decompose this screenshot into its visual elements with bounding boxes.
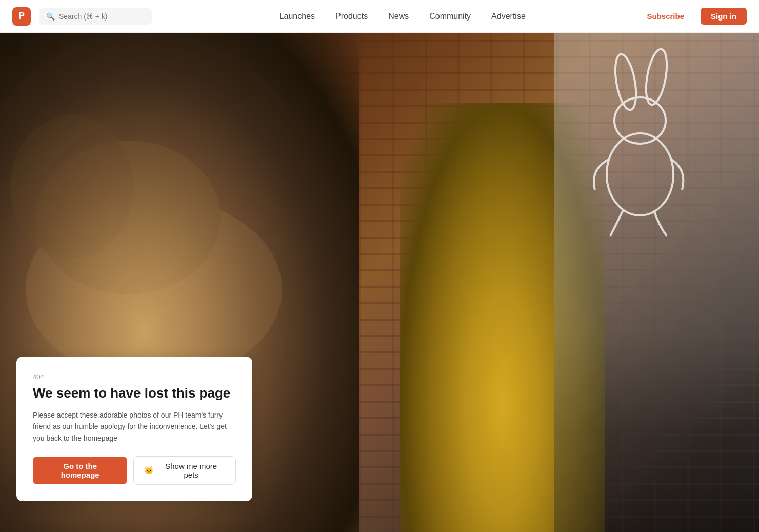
nav-item-launches[interactable]: Launches [271, 8, 323, 25]
pets-emoji: 🐱 [144, 466, 154, 475]
signin-button[interactable]: Sign in [701, 8, 747, 25]
error-description: Please accept these adorable photos of o… [33, 409, 236, 444]
neon-art-svg [574, 41, 718, 246]
svg-point-6 [10, 115, 133, 259]
navbar-actions: Subscribe Sign in [636, 8, 747, 25]
navbar: P 🔍 Launches Products News Community Adv… [0, 0, 759, 33]
subscribe-button[interactable]: Subscribe [636, 8, 694, 25]
nav-item-advertise[interactable]: Advertise [483, 8, 534, 25]
nav-item-news[interactable]: News [380, 8, 417, 25]
error-title: We seem to have lost this page [33, 385, 236, 402]
error-code: 404 [33, 373, 236, 381]
nav-item-community[interactable]: Community [421, 8, 479, 25]
search-input[interactable] [59, 12, 145, 21]
show-more-pets-button[interactable]: 🐱 Show me more pets [133, 456, 236, 485]
svg-point-2 [614, 97, 666, 144]
logo-letter: P [18, 11, 25, 22]
show-more-pets-label: Show me more pets [157, 462, 225, 479]
go-homepage-button[interactable]: Go to the homepage [33, 457, 127, 484]
error-actions: Go to the homepage 🐱 Show me more pets [33, 456, 236, 485]
logo[interactable]: P [12, 7, 31, 26]
search-icon: 🔍 [46, 12, 55, 21]
search-bar[interactable]: 🔍 [39, 8, 152, 25]
main-nav: Launches Products News Community Adverti… [168, 8, 636, 25]
error-card: 404 We seem to have lost this page Pleas… [16, 357, 252, 501]
svg-point-3 [607, 133, 673, 215]
svg-point-0 [612, 53, 640, 112]
nav-item-products[interactable]: Products [327, 8, 376, 25]
